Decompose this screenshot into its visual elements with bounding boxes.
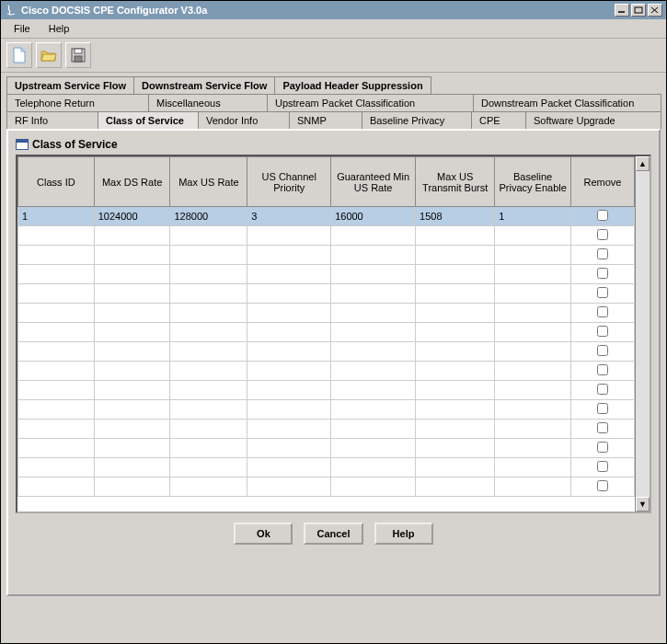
java-icon: [5, 4, 17, 17]
col-guaranteed-min-us-rate[interactable]: Guaranteed Min US Rate: [331, 157, 416, 207]
cancel-button[interactable]: Cancel: [304, 523, 362, 545]
toolbar: [1, 39, 666, 73]
menu-file[interactable]: File: [6, 21, 38, 36]
window-controls: [615, 4, 662, 17]
col-us-channel-priority[interactable]: US Channel Priority: [247, 157, 331, 207]
cell-max-us-rate[interactable]: 128000: [170, 207, 247, 226]
tab-row-1: Upstream Service Flow Downstream Service…: [6, 76, 661, 94]
table-container: Class ID Max DS Rate Max US Rate US Chan…: [16, 155, 651, 513]
tab-upstream-packet-classification[interactable]: Upstream Packet Classification: [267, 94, 474, 111]
save-button[interactable]: [65, 42, 91, 68]
tab-rf-info[interactable]: RF Info: [6, 111, 98, 129]
col-max-us-transmit-burst[interactable]: Max US Transmit Burst: [416, 157, 495, 207]
remove-checkbox[interactable]: [597, 287, 608, 298]
table-header-row: Class ID Max DS Rate Max US Rate US Chan…: [18, 157, 635, 207]
remove-checkbox[interactable]: [597, 306, 608, 317]
close-button[interactable]: [648, 4, 662, 17]
remove-checkbox[interactable]: [597, 229, 608, 240]
cell-remove[interactable]: [571, 207, 635, 226]
remove-checkbox[interactable]: [597, 248, 608, 259]
window-icon: [16, 139, 29, 150]
svg-rect-6: [75, 56, 82, 62]
cell-guaranteed-min-us-rate[interactable]: 16000: [331, 207, 416, 226]
tab-row-3: RF Info Class of Service Vendor Info SNM…: [6, 111, 661, 129]
panel-title-text: Class of Service: [32, 138, 118, 151]
tab-payload-header-suppression[interactable]: Payload Header Suppression: [274, 76, 431, 94]
tab-downstream-service-flow[interactable]: Downstream Service Flow: [133, 76, 275, 94]
table-row[interactable]: [18, 342, 635, 362]
remove-checkbox[interactable]: [597, 442, 608, 453]
window-title: Cisco DOCSIS CPE Configurator V3.0a: [21, 5, 207, 16]
tab-class-of-service[interactable]: Class of Service: [98, 111, 199, 129]
tab-downstream-packet-classification[interactable]: Downstream Packet Classification: [473, 94, 661, 111]
remove-checkbox[interactable]: [597, 384, 608, 395]
col-max-us-rate[interactable]: Max US Rate: [170, 157, 247, 207]
table-row[interactable]: [18, 265, 635, 284]
svg-rect-1: [635, 7, 642, 13]
svg-rect-5: [75, 49, 82, 53]
maximize-button[interactable]: [631, 4, 646, 17]
cell-max-ds-rate[interactable]: 1024000: [94, 207, 170, 226]
remove-checkbox[interactable]: [597, 403, 608, 414]
table-row[interactable]: [18, 246, 635, 265]
remove-checkbox[interactable]: [597, 210, 608, 221]
cell-max-us-transmit-burst[interactable]: 1508: [416, 207, 495, 226]
help-button[interactable]: Help: [374, 523, 433, 545]
ok-button[interactable]: Ok: [234, 523, 293, 545]
col-remove[interactable]: Remove: [571, 157, 635, 207]
cell-us-channel-priority[interactable]: 3: [247, 207, 331, 226]
cell-baseline-privacy-enable[interactable]: 1: [495, 207, 571, 226]
client-area: Upstream Service Flow Downstream Service…: [1, 73, 666, 602]
new-file-icon: [12, 47, 27, 63]
scroll-down-button[interactable]: ▼: [636, 497, 650, 512]
tab-baseline-privacy[interactable]: Baseline Privacy: [362, 111, 472, 129]
minimize-button[interactable]: [615, 4, 629, 17]
folder-open-icon: [40, 49, 57, 62]
tab-row-2: Telephone Return Miscellaneous Upstream …: [6, 94, 661, 111]
remove-checkbox[interactable]: [597, 345, 608, 356]
table-row[interactable]: [18, 362, 635, 381]
new-button[interactable]: [6, 42, 32, 68]
table-row[interactable]: [18, 477, 635, 497]
floppy-disk-icon: [71, 48, 86, 63]
tab-snmp[interactable]: SNMP: [289, 111, 362, 129]
table-row[interactable]: [18, 420, 635, 439]
table-row[interactable]: [18, 304, 635, 323]
table-row[interactable]: [18, 226, 635, 246]
tab-miscellaneous[interactable]: Miscellaneous: [148, 94, 268, 111]
remove-checkbox[interactable]: [597, 326, 608, 337]
menubar: File Help: [1, 19, 666, 39]
class-of-service-panel: Class of Service Class ID Max DS Rate Ma…: [6, 129, 661, 596]
titlebar: Cisco DOCSIS CPE Configurator V3.0a: [1, 1, 666, 19]
remove-checkbox[interactable]: [597, 422, 608, 433]
remove-checkbox[interactable]: [597, 461, 608, 472]
table-row[interactable]: [18, 439, 635, 458]
col-class-id[interactable]: Class ID: [18, 157, 95, 207]
remove-checkbox[interactable]: [597, 480, 608, 491]
table-row[interactable]: [18, 400, 635, 420]
tab-software-upgrade[interactable]: Software Upgrade: [525, 111, 661, 129]
tab-upstream-service-flow[interactable]: Upstream Service Flow: [6, 76, 134, 94]
table-row[interactable]: [18, 381, 635, 400]
button-row: Ok Cancel Help: [16, 513, 651, 554]
tab-telephone-return[interactable]: Telephone Return: [6, 94, 149, 111]
remove-checkbox[interactable]: [597, 268, 608, 279]
col-baseline-privacy-enable[interactable]: Baseline Privacy Enable: [495, 157, 571, 207]
class-of-service-table: Class ID Max DS Rate Max US Rate US Chan…: [17, 156, 635, 497]
table-row[interactable]: [18, 323, 635, 342]
vertical-scrollbar[interactable]: ▲ ▼: [635, 156, 650, 512]
table-row[interactable]: [18, 458, 635, 477]
open-button[interactable]: [36, 42, 62, 68]
table-row[interactable]: [18, 284, 635, 304]
app-window: Cisco DOCSIS CPE Configurator V3.0a File…: [0, 0, 667, 644]
scroll-track[interactable]: [636, 171, 650, 497]
menu-help[interactable]: Help: [41, 21, 77, 36]
table-row[interactable]: 1 1024000 128000 3 16000 1508 1: [18, 207, 635, 226]
tab-vendor-info[interactable]: Vendor Info: [198, 111, 290, 129]
panel-title: Class of Service: [16, 138, 651, 155]
cell-class-id[interactable]: 1: [18, 207, 95, 226]
remove-checkbox[interactable]: [597, 364, 608, 375]
tab-cpe[interactable]: CPE: [471, 111, 526, 129]
col-max-ds-rate[interactable]: Max DS Rate: [94, 157, 170, 207]
scroll-up-button[interactable]: ▲: [636, 156, 650, 171]
